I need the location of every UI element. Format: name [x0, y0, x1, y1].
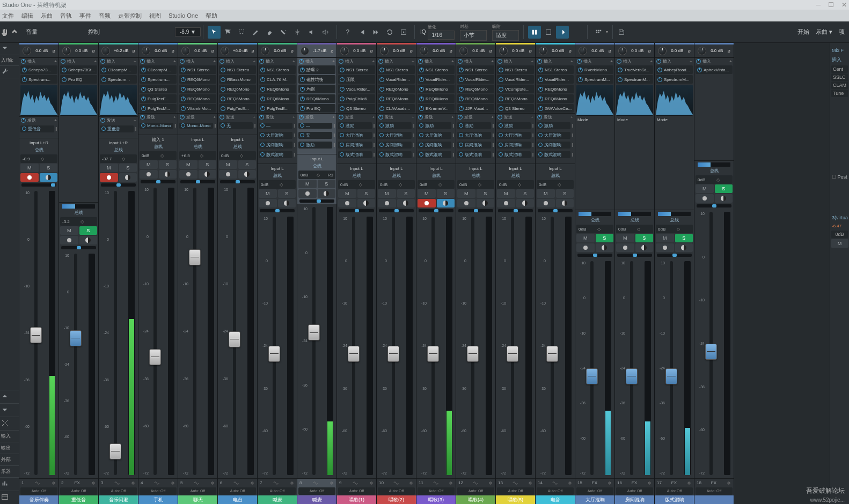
- output-route[interactable]: 总线: [416, 172, 456, 179]
- add-send-button[interactable]: +: [451, 115, 454, 120]
- insert-slot[interactable]: REQ6Mono: [457, 94, 494, 103]
- fader-cap[interactable]: [507, 346, 518, 362]
- mute-button[interactable]: M: [60, 226, 78, 235]
- mute-button[interactable]: M: [418, 189, 436, 198]
- input-route[interactable]: Input L: [416, 165, 456, 172]
- menu-item[interactable]: 音频: [99, 12, 111, 20]
- output-route[interactable]: 总线: [59, 209, 98, 216]
- fader-cap[interactable]: [229, 331, 240, 347]
- add-send-button[interactable]: +: [531, 115, 533, 120]
- mute-button[interactable]: M: [537, 189, 555, 198]
- fader-cap[interactable]: [149, 349, 161, 365]
- send-slot[interactable]: Mono..Mono‖: [140, 121, 177, 130]
- insert-slot[interactable]: REQ6Mono: [537, 85, 574, 93]
- phase-button[interactable]: ø: [648, 48, 651, 54]
- mute-tool-button[interactable]: [305, 26, 318, 39]
- channel-name[interactable]: 音乐伴奏: [19, 495, 58, 504]
- add-insert-button[interactable]: +: [292, 59, 295, 64]
- monitor-button[interactable]: [516, 199, 535, 207]
- insert-slot[interactable]: PuigChild6...: [338, 94, 375, 103]
- add-send-button[interactable]: +: [491, 115, 494, 120]
- channel-name[interactable]: 唱歌(2): [377, 495, 416, 504]
- solo-button[interactable]: S: [397, 189, 415, 198]
- settings-icon[interactable]: [567, 480, 573, 486]
- insert-slot[interactable]: VocalRider...: [537, 75, 574, 84]
- cross-arrows-icon[interactable]: [1, 419, 9, 427]
- volume-selector[interactable]: -8.9 ▼: [175, 27, 201, 36]
- insert-slot[interactable]: PuigTecE...: [259, 104, 296, 113]
- insert-slot[interactable]: AbbeyRoad...: [656, 65, 693, 74]
- pan-slider[interactable]: [101, 183, 136, 187]
- menu-item[interactable]: 事件: [79, 12, 91, 20]
- send-slot[interactable]: 激励‖: [378, 121, 415, 130]
- automation-mode[interactable]: Auto: Off: [576, 487, 613, 495]
- add-send-button[interactable]: +: [213, 115, 216, 120]
- pan-slider[interactable]: [379, 209, 414, 212]
- insert-slot[interactable]: NS1 Stereo: [497, 65, 534, 74]
- quantize-select[interactable]: 1/16: [428, 31, 455, 40]
- channel-name[interactable]: 房间混响: [615, 495, 654, 504]
- gain-knob[interactable]: [459, 47, 468, 55]
- insert-slot[interactable]: Cent: [831, 65, 848, 73]
- insert-slot[interactable]: REQ6Mono: [497, 94, 534, 103]
- monitor-button[interactable]: [238, 170, 257, 179]
- gain-knob[interactable]: [301, 47, 309, 55]
- insert-slot[interactable]: PuigTecM...: [140, 104, 177, 113]
- send-slot[interactable]: 大厅混响‖: [338, 131, 375, 139]
- skip-fwd-button[interactable]: [369, 26, 382, 39]
- add-insert-button[interactable]: +: [610, 59, 613, 64]
- insert-slot[interactable]: Pro EQ: [60, 75, 97, 84]
- add-insert-button[interactable]: +: [412, 59, 414, 64]
- channel-name[interactable]: [694, 495, 734, 504]
- settings-icon[interactable]: [726, 480, 731, 486]
- insert-slot[interactable]: PuigTecE...: [140, 94, 177, 103]
- settings-icon[interactable]: [369, 480, 374, 486]
- solo-button[interactable]: S: [635, 234, 654, 242]
- fader-cap[interactable]: [308, 324, 320, 340]
- menu-item[interactable]: 视图: [149, 12, 161, 20]
- send-slot[interactable]: 大厅混响‖: [537, 131, 574, 139]
- pan-slider[interactable]: [577, 254, 612, 257]
- insert-slot[interactable]: REQ6Mono: [219, 94, 256, 103]
- mon-dot[interactable]: [675, 243, 693, 252]
- fader-cap[interactable]: [586, 368, 598, 384]
- automation-mode[interactable]: Auto: Off: [457, 487, 494, 495]
- range-tool-button[interactable]: [236, 26, 248, 39]
- gain-knob[interactable]: [261, 47, 269, 55]
- send-slot[interactable]: 版式混响‖: [537, 150, 574, 159]
- gain-knob[interactable]: [499, 47, 508, 55]
- menu-item[interactable]: 音轨: [60, 12, 72, 20]
- settings-icon[interactable]: [408, 480, 414, 486]
- insert-slot[interactable]: 磁性均衡: [298, 75, 335, 84]
- channel-name[interactable]: 唱歌(3): [416, 495, 456, 504]
- insert-slot[interactable]: Tune: [831, 90, 848, 97]
- input-route[interactable]: Input L: [456, 165, 495, 172]
- settings-icon[interactable]: [210, 480, 215, 486]
- send-slot[interactable]: 房间混响‖: [259, 140, 296, 149]
- input-route[interactable]: Input L: [258, 165, 297, 172]
- solo-button[interactable]: S: [159, 160, 177, 169]
- record-arm-button[interactable]: [20, 173, 39, 182]
- fader-cap[interactable]: [348, 346, 360, 362]
- output-route[interactable]: 总线: [19, 146, 58, 153]
- settings-icon[interactable]: [607, 480, 612, 486]
- automation-mode[interactable]: Auto: Off: [616, 487, 653, 495]
- gain-knob[interactable]: [142, 47, 150, 55]
- send-slot[interactable]: 大厅混响‖: [378, 131, 415, 139]
- record-arm-button[interactable]: [179, 170, 197, 179]
- channel-name[interactable]: 聊天: [178, 495, 217, 504]
- record-arm-button[interactable]: [259, 199, 277, 207]
- mute-button[interactable]: M: [616, 234, 634, 242]
- add-insert-button[interactable]: +: [372, 59, 375, 64]
- wrench-icon[interactable]: [1, 68, 9, 75]
- insert-slot[interactable]: NS1 Stereo: [219, 65, 256, 74]
- pan-slider[interactable]: [458, 209, 493, 212]
- solo-button[interactable]: S: [40, 164, 58, 172]
- settings-icon[interactable]: [170, 480, 175, 486]
- pan-slider[interactable]: [260, 209, 295, 212]
- fader-cap[interactable]: [467, 346, 479, 362]
- pan-slider[interactable]: [299, 199, 334, 203]
- output-route[interactable]: 总线: [377, 172, 416, 179]
- chevron-down-icon[interactable]: [1, 406, 9, 413]
- phase-button[interactable]: ø: [409, 48, 413, 54]
